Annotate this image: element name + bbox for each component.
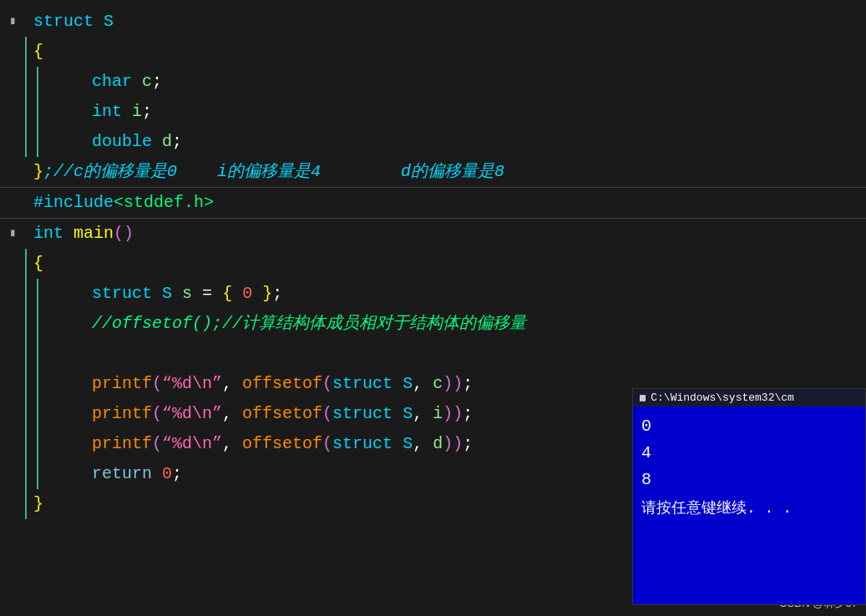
fn-printf-i: printf — [92, 404, 152, 423]
code-content: char c; — [25, 67, 866, 97]
code-content: };//c的偏移量是0 i的偏移量是4 d的偏移量是8 — [25, 157, 866, 187]
fn-printf-d: printf — [92, 434, 152, 453]
keyword-int: int — [92, 102, 122, 121]
code-content: int main() — [25, 219, 866, 249]
terminal-title: C:\Windows\system32\cm — [651, 391, 794, 404]
var-c: c — [142, 72, 152, 91]
code-content — [25, 339, 866, 369]
terminal-window: ▩ C:\Windows\system32\cm 0 4 8 请按任意键继续. … — [632, 388, 866, 605]
keyword-return: return — [92, 464, 152, 483]
collapse-icon-main[interactable]: ∎ — [9, 219, 15, 249]
code-line — [0, 339, 866, 369]
keyword-char: char — [92, 72, 132, 91]
code-line: double d; — [0, 127, 866, 157]
terminal-titlebar: ▩ C:\Windows\system32\cm — [633, 389, 865, 406]
fn-main: main — [73, 224, 114, 243]
code-content: int i; — [25, 97, 866, 127]
header-file: <stddef.h> — [114, 193, 214, 212]
code-content: { — [25, 37, 866, 67]
var-d: d — [162, 132, 172, 151]
code-content: double d; — [25, 127, 866, 157]
code-line: ∎ struct S — [0, 7, 866, 37]
keyword-int-main: int — [33, 224, 63, 243]
struct-name: S — [104, 12, 114, 31]
code-content: { — [25, 249, 866, 279]
terminal-line-2: 8 — [641, 467, 857, 493]
code-content: struct S — [25, 7, 866, 37]
comment-offsetof: //offsetof();//计算结构体成员相对于结构体的偏移量 — [92, 314, 526, 333]
keyword-struct: struct — [33, 12, 94, 31]
terminal-line-0: 0 — [641, 413, 857, 440]
code-line: { — [0, 249, 866, 279]
format-string: “%d\n” — [162, 374, 222, 393]
code-line: struct S s = { 0 }; — [0, 279, 866, 309]
fn-printf-c: printf — [92, 374, 152, 393]
var-i: i — [132, 102, 142, 121]
code-line: { — [0, 37, 866, 67]
keyword-double: double — [92, 132, 152, 151]
fn-offsetof-i: offsetof — [242, 404, 322, 423]
fn-offsetof-c: offsetof — [242, 374, 322, 393]
code-line: };//c的偏移量是0 i的偏移量是4 d的偏移量是8 — [0, 157, 866, 187]
code-line: //offsetof();//计算结构体成员相对于结构体的偏移量 — [0, 309, 866, 339]
terminal-prompt: 请按任意键继续. . . — [641, 497, 857, 521]
code-content: struct S s = { 0 }; — [25, 279, 866, 309]
code-editor: ∎ struct S { char c; int i; double d; };… — [0, 0, 866, 616]
include-directive: #include — [33, 193, 114, 212]
terminal-line-1: 4 — [641, 440, 857, 467]
terminal-body: 0 4 8 请按任意键继续. . . — [633, 406, 865, 528]
code-line: #include<stddef.h> — [0, 188, 866, 218]
gutter: ∎ — [0, 7, 25, 37]
code-content: //offsetof();//计算结构体成员相对于结构体的偏移量 — [25, 309, 866, 339]
code-content: #include<stddef.h> — [25, 188, 866, 218]
terminal-icon: ▩ — [640, 391, 646, 404]
code-line: int i; — [0, 97, 866, 127]
struct-comment: ;//c的偏移量是0 i的偏移量是4 d的偏移量是8 — [43, 162, 504, 181]
code-line: ∎ int main() — [0, 219, 866, 249]
code-line: char c; — [0, 67, 866, 97]
fn-offsetof-d: offsetof — [242, 434, 322, 453]
gutter: ∎ — [0, 219, 25, 249]
collapse-icon[interactable]: ∎ — [9, 7, 15, 37]
